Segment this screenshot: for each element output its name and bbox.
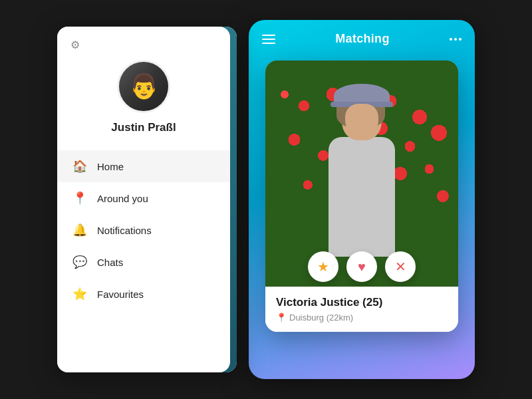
nav-item-around-you[interactable]: 📍 Around you	[57, 182, 230, 214]
more-dot-3	[459, 38, 462, 41]
sidebar-profile: 👨 Justin Praßl	[57, 53, 230, 150]
star-nav-icon: ⭐	[73, 287, 86, 301]
person-body	[329, 137, 395, 257]
heart-button[interactable]: ♥	[346, 251, 377, 282]
main-header: Matching	[249, 20, 475, 54]
bell-icon: 🔔	[73, 223, 86, 237]
more-dot-2	[454, 38, 457, 41]
hamburger-line-1	[262, 35, 275, 36]
hamburger-line-2	[262, 39, 275, 40]
card-area: ★ ♥ ✕ Victoria Justice (25) 📍 Duisburg (…	[249, 54, 475, 379]
card-photo: ★ ♥ ✕	[265, 61, 458, 287]
app-container: ⚙ 👨 Justin Praßl 🏠 Home 📍 Around you	[57, 20, 475, 379]
profile-name: Justin Praßl	[111, 121, 176, 134]
nav-label-chats: Chats	[97, 257, 123, 268]
card-location-text: Duisburg (22km)	[289, 313, 353, 323]
chat-icon: 💬	[73, 255, 86, 269]
card-person-name: Victoria Justice (25)	[276, 296, 448, 309]
sidebar-content: ⚙ 👨 Justin Praßl 🏠 Home 📍 Around you	[57, 27, 230, 372]
settings-icon[interactable]: ⚙	[70, 39, 85, 53]
main-panel: Matching	[249, 20, 475, 379]
nav-item-chats[interactable]: 💬 Chats	[57, 246, 230, 278]
settings-area: ⚙	[57, 27, 230, 53]
location-pin-icon: 📍	[276, 313, 287, 323]
hamburger-button[interactable]	[262, 35, 275, 44]
sidebar: ⚙ 👨 Justin Praßl 🏠 Home 📍 Around you	[57, 27, 237, 372]
avatar-placeholder: 👨	[129, 72, 159, 100]
profile-card[interactable]: ★ ♥ ✕ Victoria Justice (25) 📍 Duisburg (…	[265, 61, 458, 332]
card-actions: ★ ♥ ✕	[265, 251, 458, 287]
nav-label-home: Home	[97, 161, 124, 172]
avatar[interactable]: 👨	[117, 60, 170, 113]
star-button[interactable]: ★	[308, 251, 338, 282]
more-button[interactable]	[450, 38, 462, 41]
card-info: Victoria Justice (25) 📍 Duisburg (22km)	[265, 287, 458, 332]
person-head	[342, 94, 382, 140]
home-icon: 🏠	[73, 160, 86, 173]
nav-item-notifications[interactable]: 🔔 Notifications	[57, 214, 230, 246]
more-dot-1	[450, 38, 452, 41]
nav-label-favourites: Favourites	[97, 289, 144, 300]
nav-menu: 🏠 Home 📍 Around you 🔔 Notifications 💬 Ch…	[57, 150, 230, 372]
nav-item-home[interactable]: 🏠 Home	[57, 150, 230, 182]
nav-label-around-you: Around you	[97, 193, 148, 204]
close-button[interactable]: ✕	[385, 251, 416, 282]
location-nav-icon: 📍	[73, 192, 86, 205]
nav-label-notifications: Notifications	[97, 225, 152, 236]
avatar-image: 👨	[119, 62, 168, 111]
card-location: 📍 Duisburg (22km)	[276, 313, 448, 323]
hamburger-line-3	[262, 43, 275, 44]
header-title: Matching	[335, 32, 389, 46]
nav-item-favourites[interactable]: ⭐ Favourites	[57, 278, 230, 310]
person-face	[345, 104, 378, 137]
